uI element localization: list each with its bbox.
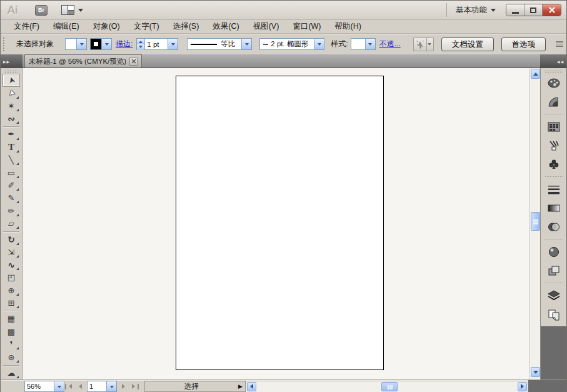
workspace-switcher[interactable]: 基本功能 bbox=[456, 5, 496, 16]
dock-grip[interactable] bbox=[544, 70, 563, 73]
menu-effect[interactable]: 效果(C) bbox=[206, 20, 246, 33]
stroke-weight-stepper[interactable] bbox=[137, 39, 145, 49]
last-artboard-button[interactable] bbox=[129, 381, 139, 391]
perspective-grid-tool[interactable]: ⊞ bbox=[3, 297, 19, 309]
symbol-sprayer-tool[interactable]: ☁ bbox=[3, 367, 19, 379]
menu-help[interactable]: 帮助(H) bbox=[328, 20, 368, 33]
control-panel-menu-icon[interactable] bbox=[556, 41, 563, 47]
tools-panel-grip[interactable] bbox=[4, 70, 18, 73]
scale-tool[interactable]: ⇲ bbox=[3, 246, 19, 258]
artboard-number-dropdown[interactable]: 1 bbox=[87, 381, 117, 392]
layers-panel-button[interactable] bbox=[544, 288, 564, 304]
magic-wand-tool[interactable]: ✶ bbox=[3, 100, 19, 112]
previous-artboard-button[interactable] bbox=[75, 381, 86, 391]
scroll-up-button[interactable] bbox=[531, 69, 540, 79]
status-menu-arrow-icon[interactable]: ▶ bbox=[238, 383, 243, 389]
stroke-dropdown-arrow-icon[interactable] bbox=[101, 39, 111, 49]
stroke-color-dropdown[interactable] bbox=[90, 38, 112, 50]
blend-tool[interactable]: ⊛ bbox=[3, 351, 19, 363]
menu-type[interactable]: 文字(T) bbox=[127, 20, 166, 33]
menu-file[interactable]: 文件(F) bbox=[7, 20, 46, 33]
mesh-tool[interactable]: ▦ bbox=[3, 313, 19, 324]
scroll-left-button[interactable] bbox=[247, 382, 256, 391]
shape-builder-tool[interactable]: ⊕ bbox=[3, 284, 19, 296]
brush-dropdown[interactable]: 2 pt. 椭圆形 bbox=[259, 38, 324, 50]
free-transform-tool[interactable]: ◰ bbox=[3, 271, 19, 283]
width-profile-arrow-icon[interactable] bbox=[241, 39, 251, 49]
paintbrush-tool[interactable]: ✐ bbox=[3, 179, 19, 191]
first-artboard-button[interactable] bbox=[64, 381, 75, 391]
opacity-link[interactable]: 不透... bbox=[379, 39, 401, 49]
fill-dropdown-arrow-icon[interactable] bbox=[76, 39, 86, 49]
gradient-tool[interactable]: ▩ bbox=[3, 326, 19, 338]
color-panel-button[interactable] bbox=[544, 75, 564, 91]
stroke-weight-dropdown-icon[interactable] bbox=[168, 39, 178, 49]
brushes-panel-button[interactable] bbox=[544, 138, 564, 154]
style-dropdown[interactable] bbox=[351, 38, 376, 50]
rectangle-tool[interactable]: ▭ bbox=[3, 166, 19, 178]
arrange-documents-icon[interactable] bbox=[61, 5, 74, 15]
fill-color-dropdown[interactable] bbox=[65, 38, 87, 50]
swatches-panel-button[interactable] bbox=[544, 119, 564, 135]
menu-object[interactable]: 对象(O) bbox=[86, 20, 127, 33]
status-display[interactable]: 选择 ▶ bbox=[144, 381, 246, 392]
zoom-level-dropdown[interactable]: 56% bbox=[24, 381, 64, 392]
tab-close-button[interactable] bbox=[129, 58, 138, 66]
tools-collapse-header[interactable]: ▶▶ bbox=[1, 54, 23, 68]
scroll-right-button[interactable] bbox=[518, 382, 527, 391]
transparency-panel-button[interactable] bbox=[544, 219, 564, 235]
eraser-tool[interactable]: ▱ bbox=[3, 218, 19, 229]
gradient-panel-button[interactable] bbox=[544, 200, 564, 216]
menu-edit[interactable]: 编辑(E) bbox=[46, 20, 86, 33]
vertical-scrollbar[interactable] bbox=[529, 68, 540, 379]
color-guide-panel-button[interactable] bbox=[544, 94, 564, 110]
document-setup-button[interactable]: 文档设置 bbox=[441, 38, 494, 51]
stroke-weight-value[interactable]: 1 pt bbox=[145, 39, 168, 49]
blob-brush-tool[interactable]: ✏ bbox=[3, 204, 19, 216]
artboard-number-value[interactable]: 1 bbox=[88, 381, 106, 391]
stroke-panel-button[interactable] bbox=[544, 181, 564, 198]
control-bar-grip[interactable] bbox=[3, 37, 5, 52]
brush-arrow-icon[interactable] bbox=[314, 39, 324, 49]
document-tab[interactable]: 未标题-1 @ 56% (CMYK/预览) bbox=[24, 54, 142, 68]
stroke-panel-link[interactable]: 描边: bbox=[116, 39, 133, 49]
zoom-level-value[interactable]: 56% bbox=[25, 381, 54, 391]
preferences-button[interactable]: 首选项 bbox=[501, 38, 546, 51]
type-tool[interactable]: T bbox=[3, 141, 19, 153]
graphic-styles-panel-button[interactable] bbox=[544, 263, 564, 279]
width-tool[interactable]: ∿ bbox=[3, 259, 19, 271]
scroll-down-button[interactable] bbox=[531, 367, 540, 377]
restore-button[interactable] bbox=[524, 4, 543, 16]
dock-collapse-header[interactable]: ◀◀ bbox=[540, 54, 566, 68]
pen-tool[interactable]: ✒ bbox=[3, 128, 19, 140]
menu-view[interactable]: 视图(V) bbox=[246, 20, 286, 33]
horizontal-scroll-thumb[interactable] bbox=[381, 382, 398, 391]
minimize-button[interactable] bbox=[506, 4, 524, 16]
rotate-tool[interactable]: ↻ bbox=[3, 233, 19, 245]
zoom-dropdown-arrow-icon[interactable] bbox=[54, 381, 64, 391]
close-button[interactable] bbox=[543, 4, 561, 16]
stepper-down-icon[interactable] bbox=[137, 44, 144, 50]
selection-tool[interactable]: ➤ bbox=[3, 74, 19, 86]
stepper-up-icon[interactable] bbox=[137, 39, 144, 44]
menu-window[interactable]: 窗口(W) bbox=[286, 20, 328, 33]
eyedropper-tool[interactable]: ❜ bbox=[3, 338, 19, 350]
vertical-scroll-thumb[interactable] bbox=[531, 212, 540, 231]
direct-selection-tool[interactable]: ➤ bbox=[3, 87, 19, 99]
arrange-caret-icon[interactable] bbox=[78, 9, 83, 14]
next-artboard-button[interactable] bbox=[118, 381, 129, 391]
appearance-panel-button[interactable] bbox=[544, 244, 564, 260]
line-segment-tool[interactable]: ╲ bbox=[3, 154, 19, 166]
select-similar-dropdown-icon[interactable] bbox=[426, 38, 432, 51]
width-profile-dropdown[interactable]: 等比 bbox=[187, 38, 252, 50]
lasso-tool[interactable]: ∾ bbox=[3, 113, 19, 124]
canvas[interactable] bbox=[23, 68, 529, 379]
pencil-tool[interactable]: ✎ bbox=[3, 192, 19, 204]
horizontal-scrollbar[interactable] bbox=[246, 381, 528, 392]
artboards-panel-button[interactable] bbox=[544, 306, 564, 323]
select-similar-button[interactable] bbox=[413, 38, 434, 51]
artboard-dropdown-arrow-icon[interactable] bbox=[106, 381, 116, 391]
stroke-weight-combo[interactable]: 1 pt bbox=[136, 38, 178, 50]
menu-select[interactable]: 选择(S) bbox=[166, 20, 206, 33]
bridge-button[interactable]: Br bbox=[35, 5, 48, 16]
